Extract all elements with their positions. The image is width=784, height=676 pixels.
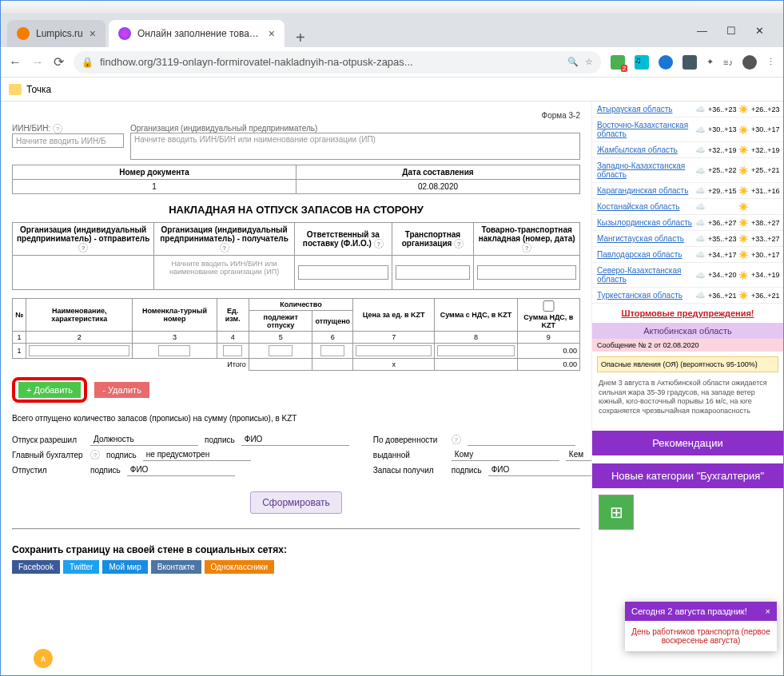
position-input[interactable] xyxy=(90,433,198,446)
extension-icon[interactable]: 2 xyxy=(611,55,625,70)
weather-icon: ☀️ xyxy=(735,271,751,280)
search-in-page-icon[interactable]: 🔍 xyxy=(567,57,579,67)
fio-input[interactable] xyxy=(241,433,349,446)
receiver-input[interactable]: Начните вводить ИИН/БИН или наименование… xyxy=(157,258,291,287)
proxy-input[interactable] xyxy=(468,433,575,446)
delete-row-button[interactable]: - Удалить xyxy=(94,382,149,398)
vat-checkbox[interactable] xyxy=(520,300,577,312)
region-header: Актюбинская область xyxy=(592,323,783,339)
tab-findhow[interactable]: Онлайн заполнение товарной н × xyxy=(109,20,285,47)
transport-input[interactable] xyxy=(396,265,471,280)
minimize-button[interactable]: — xyxy=(697,25,707,37)
col-unit: Ед. изм. xyxy=(217,299,249,332)
doc-no-value[interactable]: 1 xyxy=(13,180,296,194)
star-icon[interactable]: ☆ xyxy=(585,57,593,67)
weather-region-link[interactable]: Карагандинская область xyxy=(597,186,692,195)
doc-date-value[interactable]: 02.08.2020 xyxy=(296,180,580,194)
notif-close-icon[interactable]: × xyxy=(766,606,770,616)
document-title: НАКЛАДНАЯ НА ОТПУСК ЗАПАСОВ НА СТОРОНУ xyxy=(12,204,580,216)
new-categories-header[interactable]: Новые категории "Бухгалтерия" xyxy=(592,463,783,488)
extension-icon[interactable]: ♫ xyxy=(635,55,649,70)
reading-list-icon[interactable]: ≡♪ xyxy=(723,58,733,67)
received-fio-input[interactable] xyxy=(488,463,591,476)
forward-button[interactable]: → xyxy=(31,55,44,70)
extension-icon[interactable] xyxy=(659,55,673,70)
weather-icon: ☁️ xyxy=(692,250,708,259)
menu-button[interactable]: ⋮ xyxy=(766,57,775,67)
released-fio-input[interactable] xyxy=(127,463,235,476)
extensions-button[interactable]: ✦ xyxy=(706,57,714,67)
item-nomen-input[interactable] xyxy=(158,345,190,356)
weather-icon: ☁️ xyxy=(692,166,708,175)
responsible-input[interactable] xyxy=(298,265,388,280)
close-window-button[interactable]: ✕ xyxy=(755,25,764,37)
bookmark-item[interactable]: Точка xyxy=(26,84,51,95)
lock-icon: 🔒 xyxy=(82,57,94,68)
social-button[interactable]: Мой мир xyxy=(102,560,147,574)
notification-popup: Сегодня 2 августа праздник! × День работ… xyxy=(625,602,777,651)
weather-region-link[interactable]: Павлодарская область xyxy=(597,250,692,259)
tab-title: Онлайн заполнение товарной н xyxy=(137,28,262,39)
weather-icon: ☀️ xyxy=(735,105,751,113)
kem-input[interactable] xyxy=(566,448,591,461)
weather-region-link[interactable]: Восточно-Казахстанская область xyxy=(597,121,692,138)
weather-region-link[interactable]: Атырауская область xyxy=(597,105,692,113)
total-text: Всего отпущено количество запасов (пропи… xyxy=(12,414,580,423)
new-tab-button[interactable]: + xyxy=(288,29,313,47)
scroll-top-button[interactable]: ∧ xyxy=(34,649,53,668)
transport-header: Транспортная организация ? xyxy=(392,223,474,256)
weather-region-link[interactable]: Костанайская область xyxy=(597,202,692,211)
kom-input[interactable] xyxy=(452,448,559,461)
profile-avatar[interactable] xyxy=(742,55,757,70)
close-icon[interactable]: × xyxy=(90,27,96,40)
social-button[interactable]: Facebook xyxy=(12,560,60,574)
weather-icon: ☀️ xyxy=(735,166,751,175)
item-unit-input[interactable] xyxy=(223,345,242,356)
weather-region-link[interactable]: Туркестанская область xyxy=(597,291,692,300)
col-vat: Сумма НДС, в KZT xyxy=(517,299,579,332)
weather-icon: ☁️ xyxy=(692,234,708,243)
add-row-button[interactable]: + Добавить xyxy=(18,382,81,398)
col-nomen: Номенкла-турный номер xyxy=(133,299,217,332)
storm-warning-link[interactable]: Штормовые предупреждения! xyxy=(621,308,754,318)
weather-region-link[interactable]: Мангистауская область xyxy=(597,234,692,243)
weather-region-link[interactable]: Северо-Казахстанская область xyxy=(597,266,692,284)
tab-lumpics[interactable]: Lumpics.ru × xyxy=(7,20,105,47)
reload-button[interactable]: ⟳ xyxy=(54,54,64,70)
col-qty: Количество xyxy=(249,299,352,311)
address-bar[interactable]: 🔒 findhow.org/3119-onlayn-formirovatel-n… xyxy=(74,51,601,74)
favicon-icon xyxy=(17,27,30,40)
social-button[interactable]: Twitter xyxy=(63,560,99,574)
item-qtydue-input[interactable] xyxy=(269,345,293,356)
sender-input[interactable] xyxy=(16,258,150,287)
col-name: Наименование, характеристика xyxy=(26,299,133,332)
iin-input[interactable]: Начните вводить ИИН/Б xyxy=(12,133,124,148)
weather-icon: ☁️ xyxy=(692,145,708,154)
generate-button[interactable]: Сформировать xyxy=(250,491,342,514)
close-icon[interactable]: × xyxy=(269,27,275,40)
chief-acc-input[interactable] xyxy=(143,448,251,461)
item-name-input[interactable] xyxy=(29,345,129,356)
org-input[interactable]: Начните вводить ИИН/БИН или наименование… xyxy=(130,133,580,160)
recommendations-header[interactable]: Рекомендации xyxy=(592,431,783,455)
social-button[interactable]: Одноклассники xyxy=(205,560,274,574)
responsible-header: Ответственный за поставку (Ф.И.О.) ? xyxy=(294,223,392,256)
weather-icon: ☀️ xyxy=(735,202,751,211)
item-sum-input[interactable] xyxy=(437,345,515,356)
weather-icon: ☀️ xyxy=(735,125,751,134)
weather-region-link[interactable]: Западно-Казахстанская область xyxy=(597,161,692,179)
ttn-input[interactable] xyxy=(477,265,576,280)
back-button[interactable]: ← xyxy=(9,55,22,70)
weather-icon: ☀️ xyxy=(735,234,751,243)
item-price-input[interactable] xyxy=(356,345,432,356)
social-button[interactable]: Вконтакте xyxy=(151,560,201,574)
calculator-icon[interactable]: ⊞ xyxy=(599,495,634,530)
col-qty-due: подлежит отпуску xyxy=(249,311,312,332)
weather-region-link[interactable]: Кызылординская область xyxy=(597,218,692,227)
weather-region-link[interactable]: Жамбылская область xyxy=(597,145,692,154)
maximize-button[interactable]: ☐ xyxy=(726,25,736,37)
extension-icon[interactable] xyxy=(683,55,697,70)
item-qtyrel-input[interactable] xyxy=(320,345,344,356)
weather-icon: ☀️ xyxy=(735,145,751,154)
weather-icon: ☁️ xyxy=(692,186,708,195)
